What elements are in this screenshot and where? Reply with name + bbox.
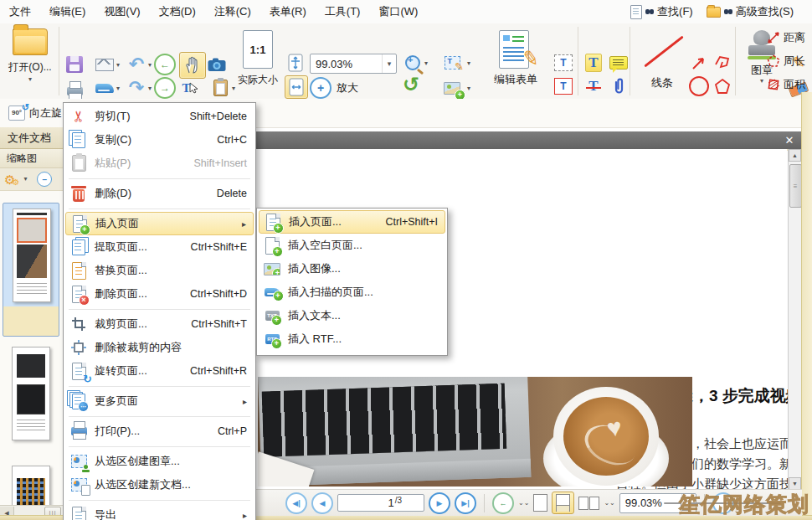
zoom-in-button[interactable]: + 放大: [310, 77, 358, 99]
previous-page-button[interactable]: ◀: [311, 492, 333, 514]
printer-icon: [67, 87, 83, 95]
menu-file[interactable]: 文件: [0, 0, 40, 23]
menu-item-crop-pages[interactable]: 裁剪页面... Ctrl+Shift+T: [65, 312, 254, 336]
menu-form[interactable]: 表单(R): [260, 0, 316, 23]
menu-item-print[interactable]: 打印(P)... Ctrl+P: [65, 420, 254, 443]
last-page-button[interactable]: ▶|: [455, 492, 476, 514]
last-glyph: ▶|: [461, 499, 469, 507]
two-page-layout-button[interactable]: [578, 497, 599, 510]
menu-edit[interactable]: 编辑(E): [40, 0, 95, 23]
menu-window[interactable]: 窗口(W): [369, 0, 427, 23]
previous-view-button[interactable]: ←: [492, 492, 514, 514]
menu-item-delete-pages[interactable]: 删除页面... Ctrl+Shift+D: [65, 282, 254, 306]
text-box-button[interactable]: T: [552, 75, 574, 97]
sticky-note-button[interactable]: [608, 52, 630, 74]
single-page-layout-button[interactable]: [533, 494, 547, 512]
extract-pages-icon: [69, 237, 89, 257]
chevron-down-icon[interactable]: ▾: [23, 176, 27, 183]
menu-item-create-document-from-selection[interactable]: 从选区创建新文档...: [65, 473, 254, 497]
thumbnail-page-2[interactable]: [3, 343, 58, 452]
add-content-button[interactable]: ▾: [435, 77, 469, 99]
menu-item-create-stamp-from-selection[interactable]: 从选区创建图章...: [65, 450, 254, 473]
fit-visible-button[interactable]: [285, 52, 306, 74]
close-document-icon[interactable]: ✕: [781, 133, 798, 147]
submenu-item-insert-image[interactable]: 插入图像...: [259, 257, 445, 281]
submenu-item-insert-blank-page[interactable]: 插入空白页面...: [259, 234, 445, 257]
menu-item-paste[interactable]: 粘贴(P) Shift+Insert: [65, 152, 254, 175]
perimeter-tool-button[interactable]: 周长: [767, 54, 805, 69]
menu-tools[interactable]: 工具(T): [316, 0, 370, 23]
clipboard-tools-button[interactable]: ▾: [206, 77, 234, 99]
history-forward-button[interactable]: →: [154, 77, 176, 99]
menu-item-replace-pages[interactable]: 替换页面...: [65, 259, 254, 282]
zoom-tool-button[interactable]: ▾: [398, 52, 427, 74]
advanced-find-button[interactable]: 高级查找(S): [700, 0, 800, 23]
typewriter-button[interactable]: T: [552, 52, 574, 74]
chevron-down-icon: ▾: [760, 78, 763, 85]
scroll-up-icon[interactable]: ▲: [789, 149, 801, 162]
submenu-item-insert-text[interactable]: TXT 插入文本...: [259, 304, 445, 327]
edit-content-button[interactable]: T ✎ ▾: [435, 52, 469, 74]
polyline-tool-button[interactable]: [712, 52, 733, 74]
print-button[interactable]: [64, 77, 85, 99]
snapshot-button[interactable]: [206, 54, 228, 75]
menu-item-more-pages[interactable]: 更多页面 ▸: [65, 389, 254, 413]
scroll-down-icon[interactable]: ▼: [789, 477, 801, 490]
undo-button[interactable]: ↶ ▾: [122, 54, 151, 75]
next-page-button[interactable]: ▶: [429, 492, 450, 514]
menu-item-label: 插入 RTF...: [288, 332, 342, 347]
fit-width-button[interactable]: [285, 75, 308, 99]
find-button[interactable]: 查找(F): [624, 0, 700, 23]
page-number-input[interactable]: 1/3: [337, 494, 424, 512]
arrow-tool-button[interactable]: [688, 52, 710, 74]
rotate-ccw-button[interactable]: ↺: [400, 74, 422, 95]
rotate-left-button[interactable]: 90° 向左旋: [3, 101, 67, 124]
mail-icon: [95, 59, 114, 71]
select-text-button[interactable]: T: [179, 77, 201, 99]
strikeout-text-button[interactable]: T: [583, 75, 604, 97]
history-back-button[interactable]: ←: [154, 54, 176, 75]
submenu-item-insert-pages[interactable]: 插入页面... Ctrl+Shift+I: [259, 210, 445, 234]
actual-size-button[interactable]: 1:1 实际大小: [233, 30, 283, 87]
hand-tool-button[interactable]: [179, 52, 206, 79]
polygon-tool-button[interactable]: [712, 75, 733, 97]
area-tool-button[interactable]: 面积: [767, 77, 805, 92]
menu-item-label: 粘贴(P): [95, 156, 131, 171]
menu-item-delete[interactable]: 删除(D) Delete: [65, 182, 254, 205]
distance-tool-button[interactable]: 距离: [767, 30, 805, 45]
submenu-item-insert-rtf[interactable]: RTF 插入 RTF...: [259, 327, 445, 351]
menu-item-cut[interactable]: ✂ 剪切(T) Shift+Delete: [65, 105, 254, 128]
attach-file-button[interactable]: [608, 75, 630, 97]
zoom-combobox[interactable]: 99.03% ▾: [310, 54, 397, 74]
continuous-layout-button[interactable]: [552, 492, 574, 514]
menu-item-export[interactable]: → 导出 ▸: [65, 503, 254, 520]
oval-tool-button[interactable]: [688, 75, 710, 97]
undo-icon: ↶: [129, 55, 144, 74]
edit-form-button[interactable]: ✎ 编辑表单: [482, 30, 549, 87]
thumbnail-page-1[interactable]: [3, 203, 59, 337]
redo-button[interactable]: ↷ ▾: [122, 77, 151, 99]
submenu-item-insert-scanned-pages[interactable]: 插入扫描的页面...: [259, 281, 445, 304]
chevrons-icon[interactable]: ⌄⌄: [604, 500, 614, 506]
document-vscrollbar[interactable]: ▲ ≡ ▼: [788, 149, 802, 490]
first-page-button[interactable]: ◀|: [285, 492, 307, 514]
menu-view[interactable]: 视图(V): [95, 0, 149, 23]
scrollbar-thumb[interactable]: ≡: [789, 164, 802, 208]
thumbnail-page-3[interactable]: [3, 462, 58, 505]
open-button[interactable]: 打开(O)... ▾: [5, 28, 55, 83]
menu-item-insert-pages[interactable]: 插入页面 ▸: [65, 212, 254, 235]
submenu-arrow-icon: ▸: [243, 511, 247, 520]
chevron-down-icon: ▾: [467, 85, 470, 92]
menu-comment[interactable]: 注释(C): [205, 0, 260, 23]
mail-button[interactable]: ▾: [90, 54, 119, 75]
menu-item-rotate-pages[interactable]: ↻ 旋转页面... Ctrl+Shift+R: [65, 359, 254, 383]
menu-item-remove-cropped-content[interactable]: 删除被裁剪的内容: [65, 336, 254, 359]
thumb-zoom-out-button[interactable]: −: [37, 172, 52, 187]
menu-item-extract-pages[interactable]: 提取页面... Ctrl+Shift+E: [65, 235, 254, 259]
menu-document[interactable]: 文档(D): [150, 0, 205, 23]
highlight-text-button[interactable]: T: [583, 52, 604, 74]
menu-item-copy[interactable]: 复制(C) Ctrl+C: [65, 128, 254, 152]
save-button[interactable]: [64, 54, 85, 75]
scan-button[interactable]: ▾: [90, 77, 119, 99]
chevrons-icon[interactable]: ⌄⌄: [518, 500, 529, 506]
